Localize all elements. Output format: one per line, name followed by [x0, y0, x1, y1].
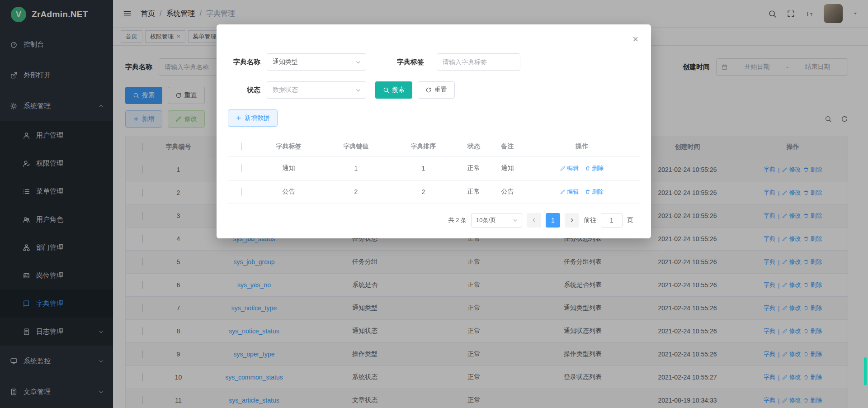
dialog-search-label: 搜索 [392, 86, 405, 94]
refresh-icon [425, 87, 432, 93]
cell-value: 2 [322, 180, 390, 204]
chevron-down-icon [355, 59, 361, 65]
edit-icon [560, 166, 566, 171]
plus-icon [236, 115, 242, 121]
page-size-value: 10条/页 [476, 216, 496, 224]
column-header-remark: 备注 [491, 137, 524, 157]
dialog-dict-name-label: 字典名称 [228, 58, 260, 66]
prev-page-button[interactable] [527, 213, 541, 228]
page-size-select[interactable]: 10条/页 [471, 213, 522, 228]
status-select[interactable]: 数据状态 [267, 81, 366, 99]
add-data-button[interactable]: 新增数据 [228, 109, 278, 127]
chevron-down-icon [355, 87, 361, 93]
column-header-ops: 操作 [524, 137, 640, 157]
close-icon[interactable]: × [632, 34, 638, 44]
dict-data-dialog: × 字典名称 通知类型 字典标签 状态 数据状态 搜索 重置 新增数据 [217, 24, 651, 238]
select-value: 通知类型 [273, 58, 298, 66]
dict-data-table: 字典标签 字典键值 字典排序 状态 备注 操作 通知 1 1 正常 通知 [228, 137, 640, 204]
row-delete-link[interactable]: 删除 [585, 188, 604, 196]
next-page-button[interactable] [565, 213, 579, 228]
cell-label: 公告 [255, 180, 322, 204]
cell-remark: 通知 [491, 157, 524, 180]
row-delete-link[interactable]: 删除 [585, 164, 604, 172]
add-data-button-label: 新增数据 [245, 114, 270, 122]
dialog-table-row: 通知 1 1 正常 通知 编辑 删除 [228, 157, 640, 180]
select-all-checkbox[interactable] [241, 142, 242, 151]
pagination-total: 共 2 条 [448, 216, 467, 224]
row-checkbox[interactable] [241, 164, 242, 172]
cell-status: 正常 [457, 157, 491, 180]
cell-sort: 2 [390, 180, 457, 204]
column-header-label: 字典标签 [255, 137, 322, 157]
goto-label: 前往 [584, 216, 596, 224]
dialog-reset-button[interactable]: 重置 [418, 81, 455, 99]
dialog-table-header-row: 字典标签 字典键值 字典排序 状态 备注 操作 [228, 137, 640, 157]
cell-value: 1 [322, 157, 390, 180]
dialog-reset-label: 重置 [434, 86, 447, 94]
dict-label-input[interactable] [437, 53, 520, 71]
search-icon [383, 87, 389, 93]
select-placeholder: 数据状态 [273, 86, 298, 94]
column-header-sort: 字典排序 [390, 137, 457, 157]
dialog-search-button[interactable]: 搜索 [375, 81, 412, 99]
cell-label: 通知 [255, 157, 322, 180]
dialog-table-row: 公告 2 2 正常 公告 编辑 删除 [228, 180, 640, 204]
chevron-down-icon [513, 218, 518, 223]
trash-icon [585, 189, 590, 195]
page-number-button[interactable]: 1 [546, 213, 560, 228]
edit-icon [560, 189, 566, 195]
dialog-filter-row-2: 状态 数据状态 搜索 重置 [228, 81, 640, 99]
dialog-dict-label-label: 字典标签 [392, 58, 424, 66]
dict-type-select[interactable]: 通知类型 [267, 53, 366, 71]
cell-sort: 1 [390, 157, 457, 180]
goto-page-input[interactable] [601, 213, 623, 228]
dialog-filter-row-1: 字典名称 通知类型 字典标签 [228, 53, 640, 71]
row-edit-link[interactable]: 编辑 [560, 188, 579, 196]
page-unit-label: 页 [627, 216, 633, 224]
cell-status: 正常 [457, 180, 491, 204]
pagination: 共 2 条 10条/页 1 前往 页 [228, 213, 640, 228]
scrollbar-thumb[interactable] [864, 357, 867, 385]
dialog-status-label: 状态 [228, 86, 260, 95]
column-header-status: 状态 [457, 137, 491, 157]
row-checkbox[interactable] [241, 188, 242, 196]
cell-remark: 公告 [491, 180, 524, 204]
trash-icon [585, 166, 590, 171]
column-header-value: 字典键值 [322, 137, 390, 157]
row-edit-link[interactable]: 编辑 [560, 164, 579, 172]
